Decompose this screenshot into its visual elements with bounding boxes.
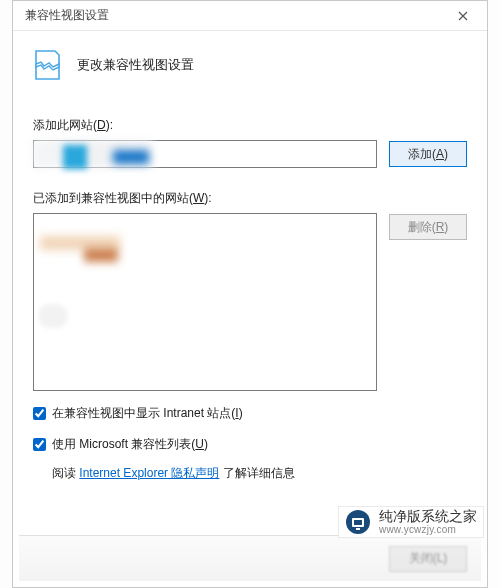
redacted-overlay [113, 150, 149, 164]
add-site-label: 添加此网站(D): [33, 117, 467, 134]
privacy-link[interactable]: Internet Explorer 隐私声明 [79, 466, 219, 480]
watermark: 纯净版系统之家 www.ycwzjy.com [338, 506, 484, 538]
close-icon[interactable] [449, 5, 477, 27]
broken-page-icon [33, 49, 61, 81]
close-button[interactable]: 关闭(L) [389, 546, 467, 572]
add-row: 添加(A) [33, 140, 467, 168]
add-button[interactable]: 添加(A) [389, 141, 467, 167]
dialog-content: 更改兼容性视图设置 添加此网站(D): 添加(A) 已添加到兼容性视图中的网站(… [13, 31, 487, 494]
watermark-cn: 纯净版系统之家 [379, 509, 477, 524]
compat-view-settings-dialog: 兼容性视图设置 更改兼容性视图设置 添加此网站(D): [12, 0, 488, 588]
intranet-checkbox[interactable] [33, 407, 46, 420]
list-row: 删除(R) [33, 213, 467, 391]
mslist-checkbox-label: 使用 Microsoft 兼容性列表(U) [52, 436, 208, 453]
added-sites-label: 已添加到兼容性视图中的网站(W): [33, 190, 467, 207]
intranet-checkbox-row[interactable]: 在兼容性视图中显示 Intranet 站点(I) [33, 405, 467, 422]
titlebar: 兼容性视图设置 [13, 1, 487, 31]
intranet-checkbox-label: 在兼容性视图中显示 Intranet 站点(I) [52, 405, 243, 422]
redacted-overlay [63, 145, 87, 169]
add-site-input-wrap [33, 140, 377, 168]
svg-rect-3 [356, 528, 360, 530]
dialog-title: 兼容性视图设置 [25, 7, 109, 24]
header-row: 更改兼容性视图设置 [33, 49, 467, 81]
bottom-bar: 关闭(L) [19, 535, 481, 581]
added-sites-listbox[interactable] [33, 213, 377, 391]
watermark-url: www.ycwzjy.com [379, 524, 477, 535]
mslist-checkbox[interactable] [33, 438, 46, 451]
redacted-overlay [84, 248, 118, 262]
mslist-checkbox-row[interactable]: 使用 Microsoft 兼容性列表(U) [33, 436, 467, 453]
watermark-text: 纯净版系统之家 www.ycwzjy.com [379, 509, 477, 535]
remove-button: 删除(R) [389, 214, 467, 240]
redacted-overlay [38, 304, 68, 328]
watermark-icon [345, 509, 371, 535]
header-text: 更改兼容性视图设置 [77, 57, 194, 74]
privacy-link-line: 阅读 Internet Explorer 隐私声明 了解详细信息 [52, 465, 467, 482]
svg-rect-2 [354, 520, 362, 525]
